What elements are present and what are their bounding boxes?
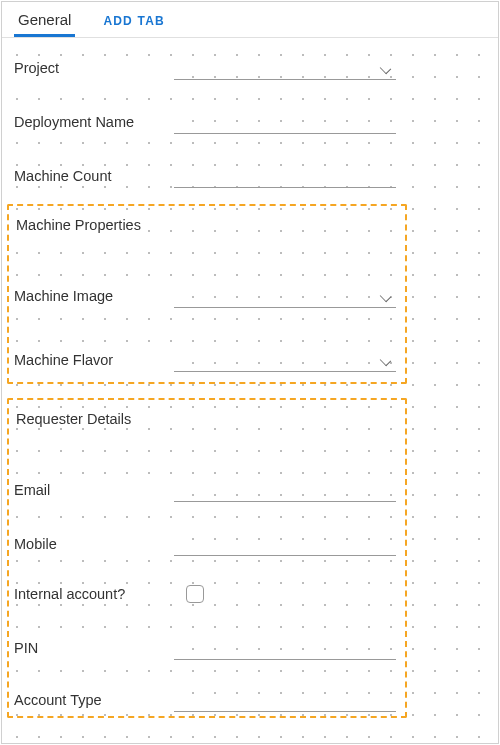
input-machine-count[interactable] <box>174 164 396 188</box>
input-deployment-name[interactable] <box>174 110 396 134</box>
tab-add[interactable]: ADD TAB <box>99 6 169 37</box>
input-account-type[interactable] <box>174 688 396 712</box>
input-email[interactable] <box>174 478 396 502</box>
label-deployment-name: Deployment Name <box>14 112 174 132</box>
label-machine-flavor: Machine Flavor <box>14 350 174 370</box>
field-pin[interactable]: PIN <box>14 636 396 660</box>
field-mobile[interactable]: Mobile <box>14 532 396 556</box>
input-mobile[interactable] <box>174 532 396 556</box>
group-requester-details[interactable] <box>7 398 407 718</box>
design-canvas[interactable]: Project Deployment Name Machine Count Ma… <box>2 38 498 743</box>
label-machine-image: Machine Image <box>14 286 174 306</box>
field-project[interactable]: Project <box>14 56 396 80</box>
label-project: Project <box>14 58 174 78</box>
label-email: Email <box>14 480 174 500</box>
label-pin: PIN <box>14 638 174 658</box>
field-email[interactable]: Email <box>14 478 396 502</box>
input-project[interactable] <box>174 56 396 80</box>
field-machine-flavor[interactable]: Machine Flavor <box>14 348 396 372</box>
group-title-machine-properties: Machine Properties <box>14 216 143 234</box>
label-machine-count: Machine Count <box>14 166 174 186</box>
input-machine-flavor[interactable] <box>174 348 396 372</box>
field-machine-image[interactable]: Machine Image <box>14 284 396 308</box>
label-mobile: Mobile <box>14 534 174 554</box>
input-machine-image[interactable] <box>174 284 396 308</box>
field-machine-count[interactable]: Machine Count <box>14 164 396 188</box>
group-title-requester-details: Requester Details <box>14 410 133 428</box>
form-designer-panel: General ADD TAB Project Deployment Name … <box>1 1 499 744</box>
field-deployment-name[interactable]: Deployment Name <box>14 110 396 134</box>
checkbox-internal-account[interactable] <box>186 585 204 603</box>
field-account-type[interactable]: Account Type <box>14 688 396 712</box>
input-pin[interactable] <box>174 636 396 660</box>
tab-bar: General ADD TAB <box>2 2 498 38</box>
field-internal-account[interactable]: Internal account? <box>14 584 396 604</box>
label-internal-account: Internal account? <box>14 584 174 604</box>
label-account-type: Account Type <box>14 690 174 710</box>
tab-general[interactable]: General <box>14 3 75 37</box>
